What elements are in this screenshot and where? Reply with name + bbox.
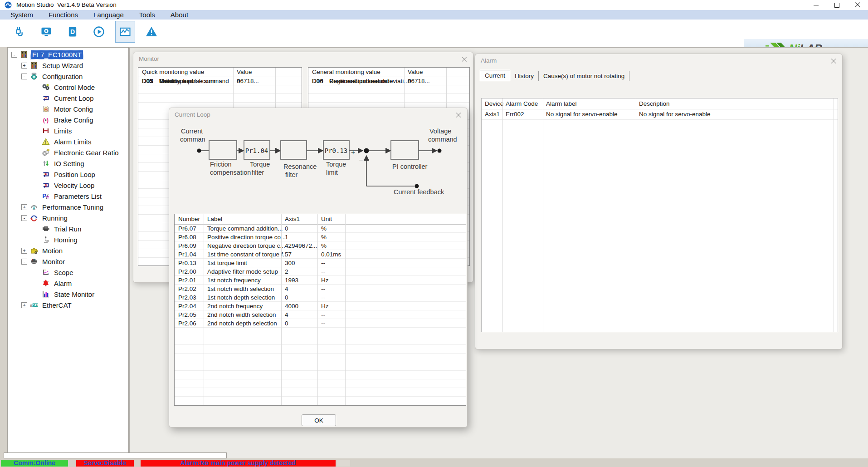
alarm-tab[interactable]: Cause(s) of motor not rotating (539, 71, 629, 81)
toolbar-button[interactable] (115, 21, 135, 43)
tree-item[interactable]: + Performance Tuning (8, 202, 128, 212)
toolbar-button[interactable] (10, 21, 30, 43)
tree-item-label: Motion (41, 246, 64, 255)
output-label: Voltage (429, 128, 451, 135)
parameter-row[interactable]: Pr6.07 Torque command addition... 0 % (175, 224, 466, 233)
tree-item-label: Monitor (41, 257, 66, 266)
alarm-tab[interactable]: Current (480, 70, 510, 81)
tree-item-label: State Monitor (53, 290, 96, 299)
alarm-window: Alarm Current History Cause(s) of motor … (475, 54, 843, 349)
tree-item[interactable]: M Motor Config (8, 103, 128, 114)
tree-item[interactable]: - Monitor (8, 256, 128, 267)
alarm-tab[interactable]: History (510, 71, 539, 81)
position-loop-icon: P (42, 170, 50, 178)
tree-item[interactable]: + Setup Wizard (8, 60, 128, 71)
menu-item[interactable]: Language (86, 10, 132, 20)
tree-item[interactable]: P Parameters List (8, 191, 128, 202)
tree-item[interactable]: Yx Scope (8, 267, 128, 278)
tree-item[interactable]: C Current Loop (8, 93, 128, 103)
tree-item-label: EL7_EC1000NT (31, 50, 83, 59)
statusbar: Comm:Online Servo:Disable Alarm:No main … (0, 459, 868, 467)
parameter-row[interactable]: Pr1.04 1st time constant of torque f... … (175, 250, 466, 259)
svg-text:filter: filter (285, 171, 298, 178)
monitor-row[interactable]: D15 Over-l (138, 77, 302, 85)
tree-item[interactable]: + ECAT EtherCAT (8, 300, 128, 310)
tree-item[interactable]: Homing (8, 234, 128, 245)
toolbar-button[interactable] (141, 21, 161, 43)
menu-item[interactable]: Functions (41, 10, 86, 20)
pi-controller-block (391, 141, 419, 159)
tree-expander[interactable]: + (21, 204, 27, 210)
svg-text:CAT: CAT (32, 304, 38, 307)
tree-item[interactable]: S Velocity Loop (8, 180, 128, 191)
tree-item-label: Position Loop (53, 170, 97, 179)
tree-item[interactable]: State Monitor (8, 289, 128, 300)
tree-expander[interactable]: - (21, 259, 27, 265)
tree-expander[interactable]: - (21, 74, 27, 79)
monitor-window-title: Monitor (139, 55, 159, 62)
tree-item[interactable]: Control Mode (8, 82, 128, 93)
tree-item[interactable]: Trial Run (8, 223, 128, 234)
tree-item[interactable]: Limits (8, 125, 128, 136)
svg-text:Torque: Torque (250, 161, 270, 168)
toolbar-button[interactable] (89, 21, 109, 43)
parameter-row[interactable]: Pr6.09 Negative direction torque c... 42… (175, 241, 466, 250)
tree-item[interactable]: - Configuration (8, 71, 128, 82)
drive-icon (20, 50, 28, 59)
monitor-close-icon[interactable] (461, 56, 467, 62)
parameter-row[interactable]: Pr2.04 2nd notch frequency 4000 Hz (175, 302, 466, 310)
close-icon (855, 2, 860, 8)
scope-chart-icon (119, 25, 132, 38)
toolbar-button[interactable] (36, 21, 56, 43)
state-monitor-icon (42, 290, 50, 298)
alarm-close-icon[interactable] (830, 58, 836, 64)
window-title: Motion Studio Ver1.4.9 Beta Version (16, 0, 117, 10)
parameter-row[interactable]: Pr0.13 1st torque limit 300 -- (175, 259, 466, 267)
tree-item[interactable]: - EL7_EC1000NT (8, 49, 128, 60)
close-button[interactable] (847, 0, 868, 10)
tree-expander[interactable]: - (11, 52, 17, 58)
parameter-row[interactable]: Pr2.00 Adaptive filter mode setup 2 -- (175, 267, 466, 276)
svg-text:PI controller: PI controller (392, 163, 428, 170)
tree-item[interactable]: ( ) Brake Config (8, 114, 128, 125)
parameter-row[interactable]: Pr2.06 2nd notch depth selection 0 -- (175, 319, 466, 328)
toolbar-button[interactable]: D (63, 21, 83, 43)
menu-item[interactable]: System (3, 10, 41, 20)
motion-icon (30, 246, 38, 255)
tree-item[interactable]: Alarm Limits (8, 136, 128, 147)
tree-item-label: Trial Run (53, 225, 83, 233)
menu-item[interactable]: About (163, 10, 196, 20)
tree-item-label: Parameters List (53, 192, 103, 201)
parameter-row[interactable]: Pr2.03 1st notch depth selection 0 -- (175, 293, 466, 302)
tree-expander[interactable]: + (21, 248, 27, 254)
parameter-row[interactable]: Pr2.05 2nd notch width selection 4 -- (175, 310, 466, 319)
svg-text:+: + (351, 148, 355, 156)
alarm-limits-icon (42, 138, 50, 146)
monitor-row[interactable]: D14 Regeneration load ratio 0 (308, 77, 469, 85)
tree-item-label: Brake Config (53, 116, 95, 124)
parameter-row[interactable]: Pr2.01 1st notch frequency 1993 Hz (175, 276, 466, 285)
tree-item[interactable]: IO Setting (8, 158, 128, 169)
menu-item[interactable]: Tools (132, 10, 163, 20)
tree-item[interactable]: Alarm (8, 278, 128, 289)
parameter-row[interactable]: Pr6.08 Positive direction torque co... 1… (175, 233, 466, 241)
feedback-label: Current feedback (394, 188, 444, 196)
tree-expander[interactable]: + (21, 302, 27, 308)
friction-compensation-block (209, 141, 237, 159)
maximize-button[interactable] (826, 0, 847, 10)
feedback-node (415, 184, 419, 188)
svg-text:comman: comman (180, 136, 205, 143)
menubar: System Functions Language Tools About (0, 10, 868, 20)
device-settings-icon (40, 25, 53, 38)
tree-expander[interactable]: + (21, 63, 27, 69)
tree-item[interactable]: Electronic Gear Ratio (8, 147, 128, 158)
ok-button[interactable]: OK (302, 414, 336, 426)
parameter-row[interactable]: Pr2.02 1st notch width selection 4 -- (175, 285, 466, 293)
tree-item[interactable]: + Motion (8, 245, 128, 256)
tree-item[interactable]: - Running (8, 212, 128, 223)
current-loop-close-icon[interactable] (455, 112, 461, 118)
tree-item[interactable]: P Position Loop (8, 169, 128, 180)
tree-expander[interactable]: - (21, 215, 27, 221)
alarm-row[interactable]: Axis1 Err002 No signal for servo-enable … (482, 109, 838, 120)
minimize-button[interactable] (805, 0, 826, 10)
